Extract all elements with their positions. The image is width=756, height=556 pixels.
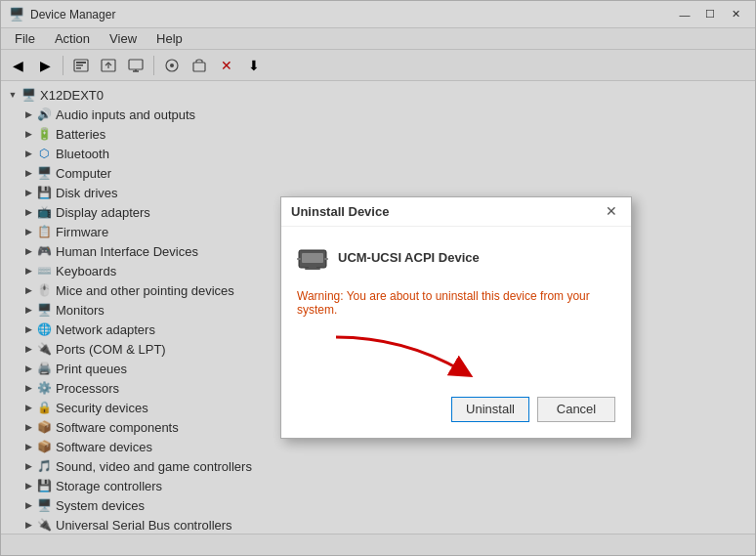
cancel-button[interactable]: Cancel [537, 397, 615, 422]
dialog-footer: Uninstall Cancel [281, 389, 631, 438]
dialog-title: Uninstall Device [291, 204, 389, 219]
dialog-device-icon [297, 242, 328, 274]
dialog-title-bar: Uninstall Device ✕ [281, 197, 631, 227]
dialog-body: UCM-UCSI ACPI Device Warning: You are ab… [281, 227, 631, 389]
dialog-device-name: UCM-UCSI ACPI Device [338, 250, 480, 265]
main-window: 🖥️ Device Manager — ☐ ✕ File Action View… [0, 0, 756, 556]
svg-rect-13 [302, 253, 323, 263]
uninstall-dialog: Uninstall Device ✕ UC [280, 196, 632, 439]
uninstall-confirm-button[interactable]: Uninstall [451, 397, 529, 422]
svg-rect-14 [309, 264, 316, 268]
arrow-svg [307, 332, 502, 381]
arrow-area [297, 332, 615, 381]
dialog-warning-text: Warning: You are about to uninstall this… [297, 289, 615, 317]
svg-rect-17 [324, 258, 328, 260]
svg-rect-15 [305, 268, 320, 270]
dialog-close-button[interactable]: ✕ [602, 201, 621, 221]
dialog-device-row: UCM-UCSI ACPI Device [297, 242, 615, 274]
dialog-overlay: Uninstall Device ✕ UC [1, 1, 755, 555]
svg-rect-16 [297, 258, 301, 260]
